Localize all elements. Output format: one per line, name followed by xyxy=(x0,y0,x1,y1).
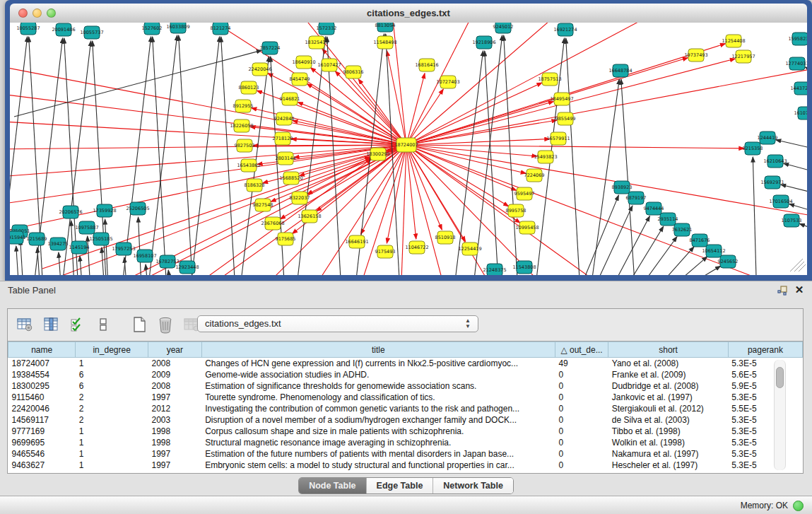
table-row[interactable]: 1456911722003Disruption of a novel membe… xyxy=(8,414,803,426)
graph-node[interactable]: 8510918 xyxy=(435,231,456,244)
graph-node[interactable]: 3915941 xyxy=(10,231,25,244)
graph-node[interactable]: 8860123 xyxy=(239,81,259,94)
graph-node[interactable]: 16579911 xyxy=(546,132,570,145)
graph-node[interactable]: 13626158 xyxy=(298,210,321,223)
graph-node[interactable]: 9242848 xyxy=(274,112,295,125)
graph-node[interactable]: 10995458 xyxy=(515,221,539,234)
graph-node[interactable]: 8215358 xyxy=(743,142,763,155)
graph-node[interactable]: 19218906 xyxy=(472,36,495,49)
column-header-year[interactable]: year xyxy=(148,342,201,358)
column-header-short[interactable]: short xyxy=(608,342,729,358)
graph-node[interactable]: 8186328 xyxy=(245,179,265,192)
graph-node[interactable]: 16033809 xyxy=(166,23,189,33)
graph-node[interactable]: 17016504 xyxy=(769,195,792,208)
table-scrollbar[interactable] xyxy=(774,360,786,470)
table-row[interactable]: 911546021997Tourette syndrome. Phenomeno… xyxy=(8,392,803,403)
graph-node[interactable]: 9146821 xyxy=(280,93,300,105)
graph-node[interactable]: 18325419 xyxy=(305,36,328,49)
float-window-icon[interactable] xyxy=(777,285,788,296)
row-height-icon[interactable] xyxy=(93,315,113,334)
graph-node[interactable]: 9245012 xyxy=(493,23,514,33)
graph-node[interactable]: 15958231 xyxy=(788,33,807,45)
graph-node[interactable]: 12774033 xyxy=(785,57,807,70)
graph-node[interactable]: 1527602 xyxy=(142,23,163,35)
column-header-in-degree[interactable]: in_degree xyxy=(76,342,148,358)
table-row[interactable]: 977716911998Corpus callosum shape and si… xyxy=(8,426,803,437)
graph-node[interactable]: 18757513 xyxy=(538,73,561,86)
window-titlebar[interactable]: citations_edges.txt xyxy=(10,4,807,23)
graph-node[interactable]: 2803144 xyxy=(276,152,296,165)
graph-node[interactable]: 14437294 xyxy=(790,82,807,95)
graph-node[interactable]: 10975887 xyxy=(75,221,98,234)
graph-node[interactable]: 8121274 xyxy=(211,23,231,35)
table-panel-titlebar[interactable]: Table Panel ✕ xyxy=(0,281,812,300)
graph-node[interactable]: 20091486 xyxy=(52,23,75,36)
graph-node[interactable]: 1145194 xyxy=(69,241,90,254)
graph-node[interactable]: 17957253 xyxy=(112,243,135,255)
table-row[interactable]: 1938455462009Genome-wide association stu… xyxy=(8,369,803,380)
graph-node[interactable]: 8995758 xyxy=(506,204,526,217)
graph-node[interactable]: 9827503 xyxy=(235,139,255,152)
graph-node[interactable]: 16816416 xyxy=(415,59,438,71)
close-panel-icon[interactable]: ✕ xyxy=(794,284,805,296)
graph-node[interactable]: 8471676 xyxy=(690,234,710,247)
graph-node[interactable]: 9855499 xyxy=(555,112,576,125)
graph-node[interactable]: 16648784 xyxy=(608,64,632,77)
graph-node[interactable]: 16210643 xyxy=(763,155,787,168)
table-row[interactable]: 2242004622012Investigating the contribut… xyxy=(8,403,803,414)
graph-node[interactable]: 16107433 xyxy=(794,107,807,119)
graph-node[interactable]: 8912955 xyxy=(233,100,254,112)
graph-node[interactable]: 9245652 xyxy=(718,255,739,268)
graph-node[interactable]: 1244419 xyxy=(758,132,778,144)
graph-node[interactable]: 16646191 xyxy=(345,235,368,248)
graph-node[interactable]: 16921274 xyxy=(553,23,577,36)
graph-node[interactable]: 7632621 xyxy=(672,223,693,236)
graph-node[interactable]: 9175493 xyxy=(375,245,396,258)
graph-node[interactable]: 12505185 xyxy=(89,233,112,245)
citation-network-graph[interactable]: 1005528720091486100557371527602160338098… xyxy=(10,23,807,275)
graph-node[interactable]: 18724007 xyxy=(394,138,418,152)
table-row[interactable]: 1830029562008Estimation of significance … xyxy=(8,380,803,392)
column-header-pagerank[interactable]: pagerank xyxy=(728,342,802,358)
graph-node[interactable]: 6879197 xyxy=(626,192,647,204)
tab-edge-table[interactable]: Edge Table xyxy=(367,478,434,493)
graph-node[interactable]: 1572332 xyxy=(317,23,337,35)
graph-node[interactable]: 9175685 xyxy=(276,233,296,245)
table-row[interactable]: 1872400712008Changes of HCN gene express… xyxy=(8,358,803,370)
graph-node[interactable]: 10727403 xyxy=(436,76,459,88)
graph-node[interactable]: 20206576 xyxy=(59,206,82,218)
graph-node[interactable]: 10055737 xyxy=(80,26,103,39)
column-header-name[interactable]: name xyxy=(8,342,76,358)
graph-node[interactable]: 10055287 xyxy=(16,23,40,35)
graph-node[interactable]: 12217957 xyxy=(731,50,755,63)
graph-node[interactable]: 8938923 xyxy=(612,181,632,194)
graph-node[interactable]: 15493823 xyxy=(534,151,557,163)
table-scrollbar-thumb[interactable] xyxy=(776,367,784,388)
graph-node[interactable]: 16958107 xyxy=(133,250,156,262)
graph-node[interactable]: 8322037 xyxy=(290,192,310,204)
graph-node[interactable]: 15692971 xyxy=(760,176,784,189)
graph-node[interactable]: 18640910 xyxy=(292,56,315,69)
select-rows-icon[interactable] xyxy=(67,315,87,334)
table-settings-icon[interactable] xyxy=(15,315,35,334)
table-select-dropdown[interactable]: citations_edges.txt ▲▼ xyxy=(197,315,478,332)
graph-node[interactable]: 2935114 xyxy=(658,213,678,226)
new-table-icon[interactable] xyxy=(129,315,149,334)
network-canvas[interactable]: 1005528720091486100557371527602160338098… xyxy=(10,23,807,275)
graph-node[interactable]: 11046722 xyxy=(405,241,428,254)
graph-node[interactable]: 9827548 xyxy=(253,199,273,211)
graph-node[interactable]: 8813054 xyxy=(375,23,396,32)
graph-node[interactable]: 7857224 xyxy=(260,42,281,54)
graph-node[interactable]: 21248375 xyxy=(483,264,506,275)
table-row[interactable]: 969969511998Structural magnetic resonanc… xyxy=(8,437,803,448)
graph-node[interactable]: 1107533 xyxy=(782,214,802,227)
table-row[interactable]: 946362711997Embryonic stem cells: a mode… xyxy=(8,460,803,471)
graph-node[interactable]: 11548498 xyxy=(373,36,396,49)
table-column-icon[interactable] xyxy=(41,315,61,334)
graph-node[interactable]: 7224069 xyxy=(524,169,545,182)
graph-node[interactable]: 9806316 xyxy=(343,66,364,78)
graph-node[interactable]: 11254408 xyxy=(722,35,745,47)
graph-node[interactable]: 9474444 xyxy=(644,202,664,215)
column-header-out-de-[interactable]: △ out_de... xyxy=(555,342,608,358)
delete-table-icon[interactable] xyxy=(155,315,175,334)
